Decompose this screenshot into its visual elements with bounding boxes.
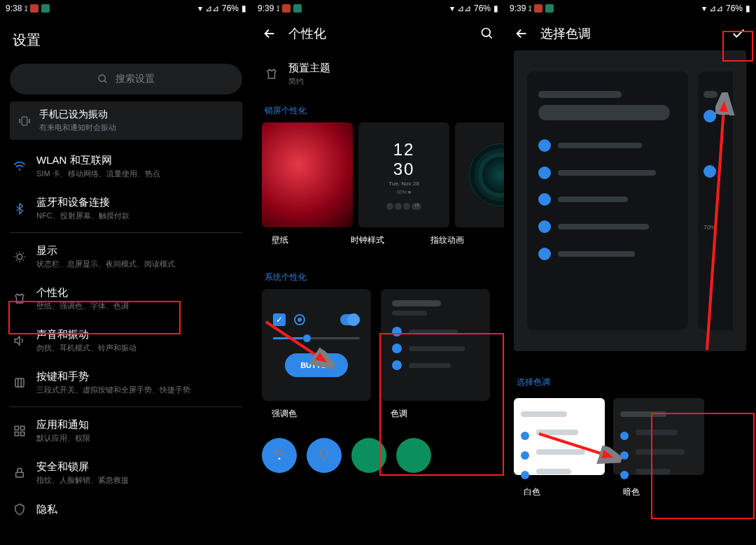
svg-rect-12	[15, 432, 18, 436]
privacy-icon	[13, 503, 26, 516]
row-personalize[interactable]: 个性化壁纸、强调色、字体、色调	[0, 278, 252, 320]
preview-pane: 70%	[514, 50, 746, 351]
gesture-icon	[13, 376, 26, 389]
row-preset-theme[interactable]: 预置主题简约	[252, 50, 504, 98]
svg-rect-10	[15, 426, 18, 430]
status-app-icon	[41, 4, 50, 13]
app-circle-phone[interactable]	[351, 438, 386, 473]
status-app-icon	[293, 4, 302, 13]
search-icon	[97, 73, 108, 85]
search-input[interactable]: 搜索设置	[10, 64, 242, 94]
personalize-screen: 9:39 ⟟ ▾ ⊿⊿ 76% ▮ 个性化 预置主题简约 锁屏个性化 12 30…	[252, 0, 504, 545]
svg-rect-13	[21, 432, 24, 436]
clock: 9:38	[6, 3, 22, 13]
svg-point-17	[279, 458, 281, 460]
back-icon[interactable]	[262, 26, 277, 41]
svg-line-1	[104, 80, 106, 83]
clock: 9:39	[510, 3, 526, 13]
battery-pct: 76%	[474, 3, 491, 13]
vibrate-banner[interactable]: 手机已设为振动 有来电和通知时会振动	[10, 101, 242, 140]
lockscreen-cards: 12 30 Tue, Nov 28 80% ■ +3	[252, 120, 504, 230]
svg-point-20	[410, 454, 412, 455]
card-tone[interactable]	[381, 289, 490, 401]
svg-rect-14	[16, 472, 24, 477]
shirt-icon	[265, 68, 278, 80]
battery-icon: ▮	[746, 3, 750, 13]
svg-rect-7	[15, 378, 24, 387]
battery-icon: ▮	[493, 3, 498, 13]
page-title: 设置	[0, 17, 252, 57]
app-circle-message[interactable]	[396, 438, 431, 473]
tone-white[interactable]	[514, 398, 605, 475]
section-choose-tone: 选择色调	[504, 369, 756, 391]
signal-icon: ⊿⊿	[709, 3, 723, 13]
row-gesture[interactable]: 按键和手势三段式开关、虚拟按键和全屏手势、快捷手势	[0, 362, 252, 404]
battery-icon: ▮	[241, 3, 246, 13]
app-circle-location[interactable]	[307, 438, 342, 473]
wifi-icon: ▾	[198, 3, 202, 13]
vibrate-icon	[18, 115, 31, 127]
svg-point-22	[416, 454, 417, 455]
svg-point-6	[17, 254, 22, 260]
signal-icon: ⊿⊿	[205, 3, 219, 13]
tone-screen: 9:39 ⟟ ▾ ⊿⊿ 76% ▮ 选择色调	[504, 0, 756, 545]
svg-rect-11	[21, 426, 24, 430]
search-icon[interactable]	[480, 27, 494, 41]
row-sound[interactable]: 声音和振动勿扰、耳机模式、铃声和振动	[0, 320, 252, 362]
svg-point-0	[99, 75, 105, 81]
display-icon	[13, 250, 26, 263]
section-lockscreen: 锁屏个性化	[252, 98, 504, 120]
shirt-icon	[13, 292, 26, 305]
row-security[interactable]: 安全和锁屏指纹、人脸解锁、紧急救援	[0, 452, 252, 494]
page-title: 选择色调	[540, 25, 591, 42]
svg-point-18	[323, 452, 326, 455]
status-app-icon	[534, 4, 542, 13]
top-bar: 选择色调	[504, 17, 756, 50]
location-icon: ⟟	[528, 3, 531, 13]
svg-line-16	[489, 36, 492, 38]
lock-icon	[13, 467, 26, 479]
tone-dark[interactable]	[613, 398, 704, 475]
card-wallpaper[interactable]	[262, 122, 353, 227]
battery-pct: 76%	[726, 3, 743, 13]
clock: 9:39	[258, 3, 274, 13]
battery-pct: 76%	[222, 3, 239, 13]
bluetooth-icon	[13, 202, 26, 215]
status-app-icon	[545, 4, 554, 13]
status-app-icon	[30, 4, 38, 13]
apps-icon	[13, 425, 26, 437]
svg-point-15	[482, 29, 491, 37]
wifi-icon: ▾	[450, 3, 454, 13]
row-privacy[interactable]: 隐私	[0, 494, 252, 525]
app-circle-wifi[interactable]	[262, 438, 297, 473]
status-bar: 9:39 ⟟ ▾ ⊿⊿ 76% ▮	[252, 0, 504, 17]
row-bluetooth[interactable]: 蓝牙和设备连接NFC、投射屏幕、触摸付款	[0, 187, 252, 229]
card-fingerprint[interactable]	[455, 122, 504, 227]
svg-point-21	[413, 454, 414, 455]
banner-sub: 有来电和通知时会振动	[39, 122, 116, 133]
card-clockstyle[interactable]: 12 30 Tue, Nov 28 80% ■ +3	[358, 122, 449, 227]
wifi-icon: ▾	[702, 3, 706, 13]
row-display[interactable]: 显示状态栏、息屏显示、夜间模式、阅读模式	[0, 236, 252, 278]
location-icon: ⟟	[276, 3, 279, 13]
check-icon[interactable]	[731, 26, 746, 41]
location-icon: ⟟	[24, 3, 27, 13]
wifi-icon	[13, 160, 27, 174]
svg-rect-2	[22, 117, 27, 125]
search-placeholder: 搜索设置	[115, 73, 155, 85]
top-bar: 个性化	[252, 17, 504, 50]
banner-title: 手机已设为振动	[39, 108, 116, 121]
status-bar: 9:39 ⟟ ▾ ⊿⊿ 76% ▮	[504, 0, 756, 17]
sound-icon	[13, 334, 26, 347]
section-system: 系统个性化	[252, 264, 504, 286]
row-wlan[interactable]: WLAN 和互联网SIM 卡、移动网络、流量使用、热点	[0, 146, 252, 187]
card-accent[interactable]: ✓ BUTTON	[262, 289, 371, 401]
back-icon[interactable]	[514, 26, 529, 41]
sample-button: BUTTON	[285, 353, 348, 377]
svg-point-5	[19, 169, 21, 171]
page-title: 个性化	[288, 25, 326, 42]
settings-screen: 9:38 ⟟ ▾ ⊿⊿ 76% ▮ 设置 搜索设置 手机已设为振动 有来电和通知…	[0, 0, 252, 545]
status-bar: 9:38 ⟟ ▾ ⊿⊿ 76% ▮	[0, 0, 252, 17]
status-app-icon	[282, 4, 290, 13]
row-apps[interactable]: 应用和通知默认应用、权限	[0, 410, 252, 452]
